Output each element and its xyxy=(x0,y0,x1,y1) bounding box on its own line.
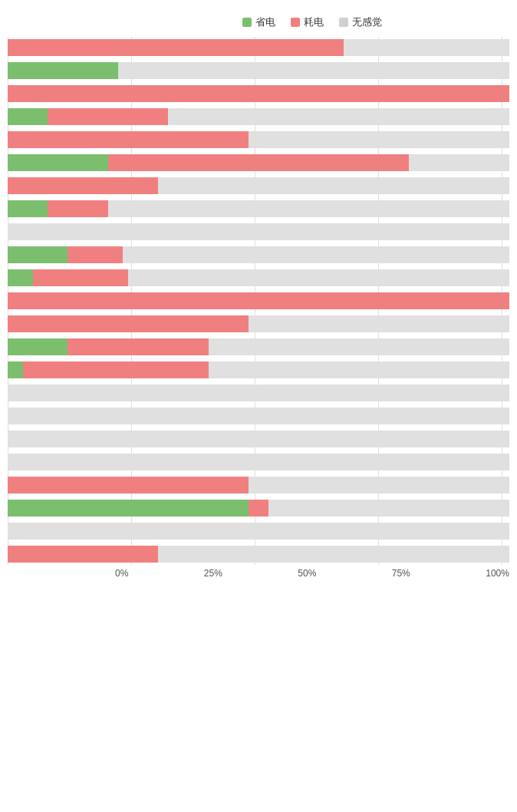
bar-segment-green xyxy=(8,269,33,286)
x-axis-label: 25% xyxy=(204,568,222,579)
bar-track xyxy=(8,454,509,470)
bar-label: iPhone 13 Pro xyxy=(0,249,4,260)
bar-row: iPhone 13 ProMax xyxy=(8,267,509,289)
bar-label: iPhone 12 Pro xyxy=(0,157,4,168)
bar-row: iPhone 12 ProMax xyxy=(8,175,509,196)
bar-label: iPhone 12 ProMax xyxy=(0,175,4,197)
bar-track xyxy=(8,292,509,309)
bar-track xyxy=(8,177,509,194)
bar-segment-red xyxy=(8,131,249,148)
bar-track xyxy=(8,385,509,401)
bar-label: iPhone 14 Pro xyxy=(0,342,4,352)
bar-row: iPhone 11 Pro xyxy=(8,60,509,81)
bar-segment-red xyxy=(8,546,158,563)
bar-label: iPhone 14 xyxy=(0,295,4,306)
bar-row: iPhone 12 mini xyxy=(8,129,509,150)
legend-item: 耗电 xyxy=(291,15,324,29)
bar-label: iPhone 11 Pro xyxy=(0,65,4,76)
bar-label: iPhone 8 Plus xyxy=(0,411,4,421)
bar-segment-red xyxy=(249,500,268,517)
x-axis-label: 0% xyxy=(115,568,128,579)
bar-label: iPhone 11 ProMax xyxy=(0,83,4,105)
bar-track xyxy=(8,477,509,493)
bar-track xyxy=(8,523,509,540)
bar-label: iPhone 11 xyxy=(0,42,4,53)
chart-container: 省电耗电无感觉 iPhone 11iPhone 11 ProiPhone 11 … xyxy=(0,8,517,602)
bar-row: iPhone XS xyxy=(8,520,509,542)
bar-label: iPhone XR xyxy=(0,503,4,513)
bar-segment-green xyxy=(8,361,23,378)
x-axis-label: 100% xyxy=(486,568,509,579)
bar-segment-green xyxy=(8,500,249,517)
bar-row: iPhone 8 Plus xyxy=(8,405,509,427)
legend-label: 耗电 xyxy=(304,15,324,29)
bar-track xyxy=(8,408,509,424)
bar-label: iPhone 14 Plus xyxy=(0,319,4,329)
bar-label: iPhone SE 第3代 xyxy=(0,457,4,467)
bar-segment-red xyxy=(33,269,128,286)
bar-segment-green xyxy=(8,338,68,355)
bar-label: iPhone 12 xyxy=(0,111,4,122)
bar-label: iPhone SE 第2代 xyxy=(0,434,4,444)
bar-row: iPhone XR xyxy=(8,497,509,519)
bar-segment-red xyxy=(8,477,249,493)
bar-track xyxy=(8,154,509,171)
bar-segment-green xyxy=(8,246,68,263)
legend-dot xyxy=(242,18,252,27)
bar-segment-green xyxy=(8,62,118,79)
bar-track xyxy=(8,338,509,355)
bar-row: iPhone 14 Plus xyxy=(8,313,509,335)
bar-segment-red xyxy=(68,246,123,263)
bar-track xyxy=(8,108,509,125)
legend-label: 省电 xyxy=(255,15,275,29)
bar-segment-red xyxy=(48,200,107,217)
bar-track xyxy=(8,85,509,102)
bar-segment-red xyxy=(48,108,168,125)
bar-segment-red xyxy=(23,361,209,378)
bar-segment-green xyxy=(8,200,48,217)
x-axis-label: 75% xyxy=(392,568,410,579)
legend-item: 无感觉 xyxy=(339,15,382,29)
bar-row: iPhone 11 xyxy=(8,37,509,58)
bar-label: iPhone XS Max xyxy=(0,549,4,559)
bar-segment-red xyxy=(108,154,409,171)
bar-row: iPhone XS Max xyxy=(8,543,509,565)
bar-track xyxy=(8,39,509,56)
bar-track xyxy=(8,500,509,517)
bar-label: iPhone 8 xyxy=(0,388,4,398)
bar-label: iPhone 13 mini xyxy=(0,226,4,237)
bar-label: iPhone 12 mini xyxy=(0,134,4,145)
x-axis-label: 50% xyxy=(298,568,316,579)
bar-row: iPhone SE 第3代 xyxy=(8,451,509,473)
bar-track xyxy=(8,361,509,378)
bar-label: iPhone 14 ProMax xyxy=(0,359,4,381)
bar-track xyxy=(8,200,509,217)
bar-track xyxy=(8,269,509,286)
bar-segment-green xyxy=(8,154,108,171)
x-axis: 0%25%50%75%100% xyxy=(8,568,509,579)
bar-segment-red xyxy=(8,177,158,194)
bar-row: iPhone 11 ProMax xyxy=(8,83,509,104)
bar-segment-red xyxy=(68,338,208,355)
bar-track xyxy=(8,131,509,148)
bar-row: iPhone 8 xyxy=(8,382,509,404)
bar-label: iPhone 13 xyxy=(0,203,4,214)
bar-label: iPhone XS xyxy=(0,526,4,536)
bar-segment-red xyxy=(8,39,344,56)
bar-track xyxy=(8,431,509,447)
bar-row: iPhone 12 Pro xyxy=(8,152,509,173)
bar-row: iPhone X xyxy=(8,474,509,496)
legend-dot xyxy=(291,18,300,27)
bar-track xyxy=(8,546,509,563)
bar-segment-red xyxy=(8,85,509,102)
bar-row: iPhone 14 Pro xyxy=(8,336,509,358)
bar-row: iPhone 13 mini xyxy=(8,221,509,243)
bar-row: iPhone 14 ProMax xyxy=(8,359,509,381)
bar-label: iPhone 13 ProMax xyxy=(0,267,4,289)
bar-row: iPhone 13 xyxy=(8,198,509,220)
bar-row: iPhone SE 第2代 xyxy=(8,428,509,450)
bar-segment-red xyxy=(8,292,509,309)
bar-track xyxy=(8,246,509,263)
bar-row: iPhone 12 xyxy=(8,106,509,127)
bar-label: iPhone X xyxy=(0,480,4,490)
